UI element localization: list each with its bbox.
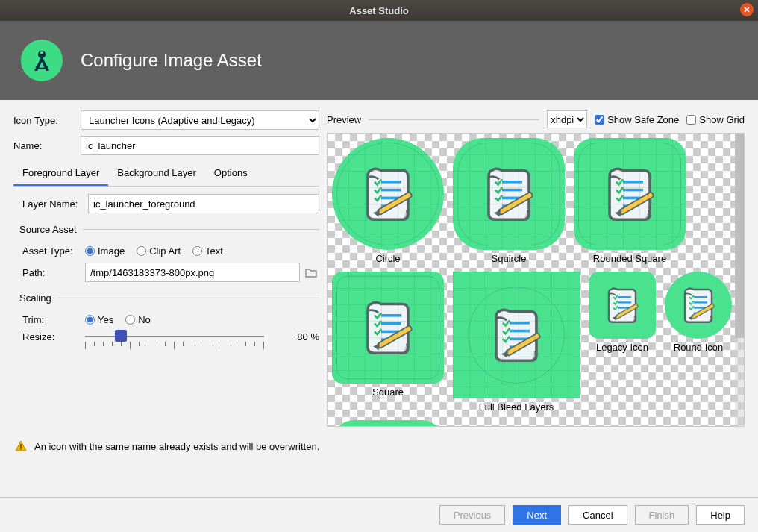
titlebar: Asset Studio bbox=[0, 0, 758, 21]
resize-label: Resize: bbox=[13, 331, 85, 342]
trim-radios: Yes No bbox=[85, 314, 151, 325]
previous-button: Previous bbox=[439, 505, 506, 525]
preview-full-bleed: Full Bleed Layers bbox=[453, 272, 580, 413]
android-studio-icon bbox=[28, 47, 55, 74]
path-label: Path: bbox=[13, 267, 85, 278]
close-icon bbox=[743, 6, 751, 13]
resize-slider[interactable] bbox=[85, 331, 264, 354]
finish-button: Finish bbox=[635, 505, 689, 525]
layer-name-input[interactable] bbox=[88, 194, 319, 213]
preview-rounded-square: Rounded Square bbox=[574, 138, 686, 264]
note-pencil-icon bbox=[676, 283, 721, 328]
help-button[interactable]: Help bbox=[696, 505, 745, 525]
name-label: Name: bbox=[13, 140, 81, 151]
next-button[interactable]: Next bbox=[513, 505, 561, 525]
trim-yes[interactable]: Yes bbox=[85, 314, 113, 325]
preview-square: Square bbox=[332, 272, 444, 413]
icon-type-select[interactable]: Launcher Icons (Adaptive and Legacy) bbox=[81, 110, 319, 130]
preview-panel[interactable]: Circle Squircle Rounded Square Square Fu… bbox=[327, 133, 745, 427]
preview-label: Preview bbox=[327, 114, 361, 125]
preview-rule bbox=[369, 119, 539, 120]
density-select[interactable]: xhdpi bbox=[547, 110, 587, 128]
show-grid-checkbox[interactable]: Show Grid bbox=[686, 114, 745, 125]
asset-type-clipart[interactable]: Clip Art bbox=[137, 245, 181, 257]
asset-type-image[interactable]: Image bbox=[85, 245, 125, 257]
trim-no[interactable]: No bbox=[125, 314, 151, 325]
resize-value: 80 % bbox=[297, 331, 319, 342]
right-panel: Preview xhdpi Show Safe Zone Show Grid C… bbox=[327, 110, 745, 427]
svg-rect-5 bbox=[20, 448, 22, 450]
icon-type-label: Icon Type: bbox=[13, 115, 81, 126]
asset-type-label: Asset Type: bbox=[13, 245, 85, 257]
tab-options[interactable]: Options bbox=[205, 161, 257, 186]
preview-circle: Circle bbox=[332, 138, 444, 264]
scaling-title: Scaling bbox=[19, 292, 51, 304]
window-title: Asset Studio bbox=[349, 5, 408, 16]
close-button[interactable] bbox=[740, 3, 754, 16]
tab-background-layer[interactable]: Background Layer bbox=[108, 161, 205, 186]
name-input[interactable] bbox=[81, 136, 319, 155]
layer-tabs: Foreground Layer Background Layer Option… bbox=[13, 161, 319, 187]
asset-type-radios: Image Clip Art Text bbox=[85, 245, 223, 257]
preview-extra bbox=[332, 420, 444, 427]
warning-icon bbox=[15, 440, 27, 452]
note-pencil-icon bbox=[600, 283, 645, 328]
show-safe-zone-checkbox[interactable]: Show Safe Zone bbox=[595, 114, 679, 125]
preview-legacy-icon: Legacy Icon bbox=[589, 272, 656, 413]
page-title: Configure Image Asset bbox=[81, 50, 262, 71]
asset-studio-logo bbox=[21, 40, 63, 81]
warning-row: An icon with the same name already exist… bbox=[0, 427, 758, 460]
tab-foreground-layer[interactable]: Foreground Layer bbox=[13, 161, 108, 186]
source-asset-title: Source Asset bbox=[19, 224, 77, 235]
preview-scrollbar[interactable] bbox=[735, 134, 744, 426]
preview-round-icon: Round Icon bbox=[665, 272, 732, 413]
path-input[interactable] bbox=[85, 263, 300, 282]
asset-type-text[interactable]: Text bbox=[192, 245, 223, 257]
svg-rect-4 bbox=[20, 444, 22, 448]
folder-icon bbox=[305, 267, 317, 278]
warning-text: An icon with the same name already exist… bbox=[34, 441, 319, 452]
trim-label: Trim: bbox=[13, 314, 85, 325]
left-panel: Icon Type: Launcher Icons (Adaptive and … bbox=[13, 110, 319, 427]
svg-rect-3 bbox=[40, 51, 43, 54]
preview-squircle: Squircle bbox=[453, 138, 565, 264]
layer-name-label: Layer Name: bbox=[13, 198, 88, 210]
browse-path-button[interactable] bbox=[303, 264, 319, 281]
footer-buttons: Previous Next Cancel Finish Help bbox=[0, 497, 758, 532]
header-band: Configure Image Asset bbox=[0, 21, 758, 100]
cancel-button[interactable]: Cancel bbox=[568, 505, 627, 525]
